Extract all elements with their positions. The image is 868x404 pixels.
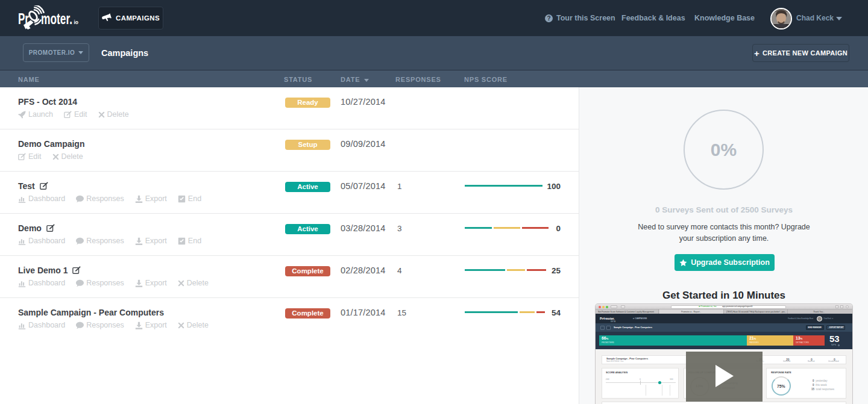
svg-text:moter.: moter. bbox=[41, 10, 72, 27]
svg-text:io: io bbox=[74, 19, 79, 25]
